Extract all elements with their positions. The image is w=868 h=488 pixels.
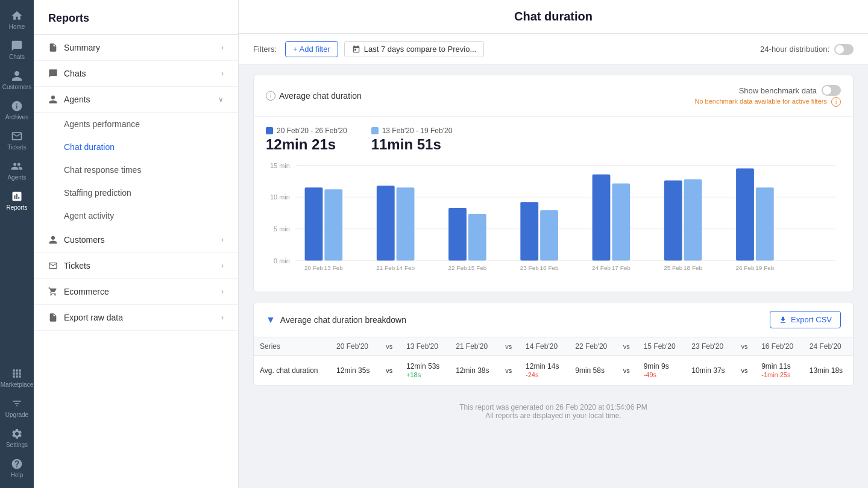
filters-label: Filters:: [253, 45, 277, 54]
nav-customers[interactable]: Customers: [0, 65, 34, 95]
svg-rect-12: [377, 186, 395, 260]
col-vs-2: vs: [499, 337, 520, 356]
add-filter-button[interactable]: + Add filter: [285, 41, 338, 57]
series1-value: 12min 21s: [266, 136, 347, 153]
card-header: i Average chat duration Show benchmark d…: [254, 75, 853, 117]
col-vs-3: vs: [617, 337, 638, 356]
bar-chart-container: 15 min 10 min 5 min 0 min 20 Feb 13 Feb: [254, 153, 853, 292]
val-14feb: 12min 14s -24s: [520, 356, 569, 386]
nav-archives[interactable]: Archives: [0, 95, 34, 125]
date-range-button[interactable]: Last 7 days compare to Previo...: [344, 41, 484, 57]
sidebar-item-ecommerce[interactable]: Ecommerce ›: [34, 279, 238, 305]
svg-text:20 Feb: 20 Feb: [304, 264, 323, 271]
distribution-label: 24-hour distribution:: [760, 45, 829, 54]
nav-marketplace[interactable]: Marketplace: [0, 363, 34, 393]
breakdown-title-btn[interactable]: ▼ Average chat duration breakdown: [266, 314, 406, 325]
sidebar-item-agents[interactable]: Agents ∨: [34, 87, 238, 113]
sidebar-sub-chat-duration[interactable]: Chat duration: [64, 136, 238, 158]
svg-rect-17: [468, 214, 486, 261]
col-24feb: 24 Feb'20: [804, 337, 853, 356]
collapse-icon: ▼: [266, 314, 275, 325]
sidebar-item-customers[interactable]: Customers ›: [34, 227, 238, 253]
vs-1: vs: [380, 356, 400, 386]
svg-rect-25: [612, 183, 630, 260]
svg-text:19 Feb: 19 Feb: [755, 264, 774, 271]
main-content: Chat duration Filters: + Add filter Last…: [239, 0, 868, 488]
svg-rect-9: [324, 189, 342, 260]
col-20feb: 20 Feb'20: [330, 337, 380, 356]
sidebar-sub-agent-activity[interactable]: Agent activity: [64, 204, 238, 227]
svg-rect-21: [540, 210, 558, 260]
nav-tickets[interactable]: Tickets: [0, 125, 34, 155]
distribution-toggle[interactable]: [834, 44, 854, 55]
sidebar-item-chats[interactable]: Chats ›: [34, 61, 238, 87]
svg-text:16 Feb: 16 Feb: [540, 264, 559, 271]
filters-bar: Filters: + Add filter Last 7 days compar…: [239, 34, 868, 65]
nav-settings[interactable]: Settings: [0, 423, 34, 453]
nav-upgrade[interactable]: Upgrade: [0, 393, 34, 423]
svg-text:17 Feb: 17 Feb: [612, 264, 631, 271]
svg-rect-29: [684, 179, 702, 260]
col-vs-1: vs: [380, 337, 400, 356]
vs-2: vs: [499, 356, 520, 386]
val-20feb: 12min 35s: [330, 356, 380, 386]
sidebar-sub-chat-response-times[interactable]: Chat response times: [64, 158, 238, 181]
chart-legend: 20 Feb'20 - 26 Feb'20 12min 21s 13 Feb'2…: [254, 117, 853, 153]
sidebar-sub-agents-performance[interactable]: Agents performance: [64, 113, 238, 136]
chevron-right-icon: ›: [221, 69, 224, 78]
nav-chats[interactable]: Chats: [0, 35, 34, 65]
svg-rect-24: [593, 174, 611, 260]
col-23feb: 23 Feb'20: [685, 337, 735, 356]
sidebar-sub-staffing-prediction[interactable]: Staffing prediction: [64, 181, 238, 204]
val-15feb: 9min 9s -49s: [638, 356, 686, 386]
svg-rect-28: [664, 180, 682, 260]
breakdown-table: Series 20 Feb'20 vs 13 Feb'20 21 Feb'20 …: [254, 337, 853, 386]
avg-duration-card: i Average chat duration Show benchmark d…: [253, 75, 854, 292]
benchmark-toggle[interactable]: [822, 85, 841, 96]
table-row: Avg. chat duration 12min 35s vs 12min 53…: [254, 356, 853, 386]
chevron-down-icon: ∨: [218, 95, 224, 104]
benchmark-warning: No benchmark data available for active f…: [694, 97, 841, 107]
sidebar-title: Reports: [34, 0, 238, 35]
agents-submenu: Agents performance Chat duration Chat re…: [34, 113, 238, 227]
svg-text:15 Feb: 15 Feb: [468, 264, 486, 271]
vs-4: vs: [735, 356, 755, 386]
svg-text:18 Feb: 18 Feb: [684, 264, 702, 271]
main-header: Chat duration: [239, 0, 868, 34]
chevron-right-icon: ›: [221, 287, 224, 296]
breakdown-table-container: Series 20 Feb'20 vs 13 Feb'20 21 Feb'20 …: [254, 337, 853, 386]
svg-rect-8: [305, 187, 323, 260]
svg-text:15 min: 15 min: [270, 162, 290, 169]
chevron-right-icon: ›: [221, 261, 224, 270]
sidebar: Reports Summary › Chats › Agents ∨ Agent…: [34, 0, 239, 488]
svg-text:26 Feb: 26 Feb: [736, 264, 755, 271]
nav-help[interactable]: Help: [0, 453, 34, 483]
col-21feb: 21 Feb'20: [450, 337, 499, 356]
benchmark-area: Show benchmark data No benchmark data av…: [694, 85, 841, 107]
nav-home[interactable]: Home: [0, 5, 34, 35]
svg-rect-16: [448, 208, 467, 260]
svg-rect-33: [756, 187, 774, 260]
svg-text:5 min: 5 min: [274, 225, 290, 233]
export-csv-button[interactable]: Export CSV: [770, 311, 841, 328]
col-15feb: 15 Feb'20: [638, 337, 686, 356]
nav-agents[interactable]: Agents: [0, 155, 34, 186]
svg-rect-32: [736, 169, 754, 261]
sidebar-item-tickets[interactable]: Tickets ›: [34, 253, 238, 279]
footer-text: This report was generated on 26 Feb 2020…: [253, 396, 854, 427]
sidebar-item-summary[interactable]: Summary ›: [34, 35, 238, 61]
val-22feb: 9min 58s: [569, 356, 617, 386]
benchmark-label: Show benchmark data: [739, 86, 817, 95]
nav-reports[interactable]: Reports: [0, 186, 34, 216]
page-title: Chat duration: [253, 10, 854, 23]
val-13feb: 12min 53s +18s: [400, 356, 450, 386]
svg-text:22 Feb: 22 Feb: [448, 264, 467, 271]
legend-series2: 13 Feb'20 - 19 Feb'20 11min 51s: [371, 127, 453, 153]
benchmark-toggle-row: Show benchmark data: [739, 85, 841, 96]
val-16feb: 9min 11s -1min 25s: [755, 356, 804, 386]
breakdown-header: ▼ Average chat duration breakdown Export…: [254, 302, 853, 337]
filters-right: 24-hour distribution:: [760, 44, 854, 55]
content-area: i Average chat duration Show benchmark d…: [239, 65, 868, 488]
breakdown-card: ▼ Average chat duration breakdown Export…: [253, 302, 854, 386]
sidebar-item-export[interactable]: Export raw data ›: [34, 305, 238, 331]
